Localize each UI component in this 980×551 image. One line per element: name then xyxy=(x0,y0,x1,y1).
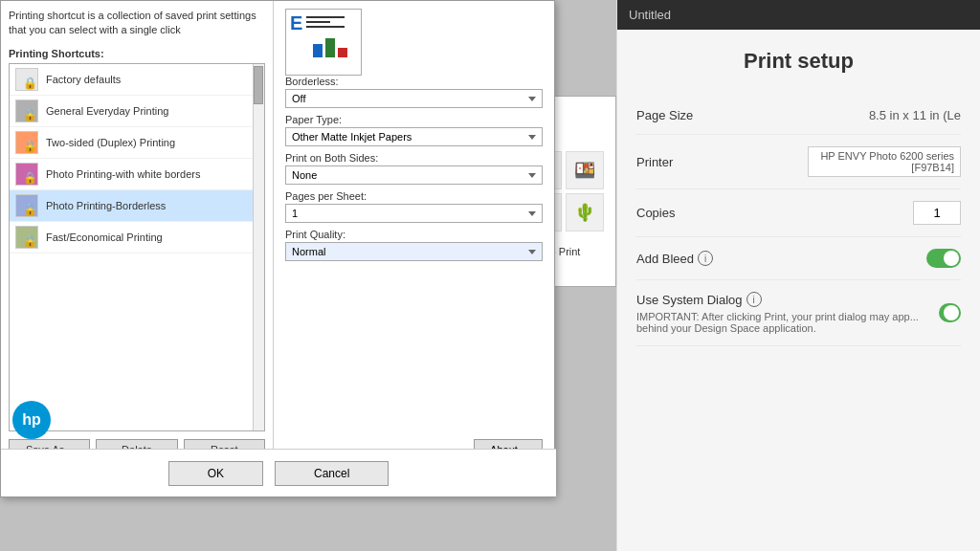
bar-red xyxy=(338,48,347,57)
print-setup-content: Print setup Page Size 8.5 in x 11 in (Le… xyxy=(617,30,980,365)
doc-line-3 xyxy=(306,26,345,28)
ok-button[interactable]: OK xyxy=(168,461,263,486)
shortcuts-label: Printing Shortcuts: xyxy=(9,48,265,59)
scrollbar-track xyxy=(253,64,264,430)
shortcut-icon-factory xyxy=(15,68,38,91)
borderless-label: Borderless: xyxy=(285,76,543,87)
dialog-footer: OK Cancel xyxy=(1,449,556,496)
hp-dialog-body: Printing shortcut is a collection of sav… xyxy=(1,1,554,468)
doc-line-2 xyxy=(306,21,330,23)
bar-green xyxy=(325,38,335,57)
hp-main-area: E Borderless: Off On xyxy=(274,1,554,468)
print-both-sides-group: Print on Both Sides: None Flip on Long E… xyxy=(285,152,543,185)
title-bar: Untitled xyxy=(617,0,980,30)
shortcut-icon-general xyxy=(15,99,38,122)
doc-e-letter: E xyxy=(290,13,302,33)
shortcut-label-factory: Factory defaults xyxy=(46,74,121,85)
use-system-dialog-info-icon[interactable]: i xyxy=(746,292,762,307)
borderless-select[interactable]: Off On xyxy=(285,89,543,108)
paper-type-group: Paper Type: Other Matte Inkjet Papers Pl… xyxy=(285,114,543,146)
print-quality-group: Print Quality: Normal Best Fast xyxy=(285,229,543,261)
shortcut-label-fast: Fast/Economical Printing xyxy=(46,231,163,243)
pages-per-sheet-group: Pages per Sheet: 1 2 4 xyxy=(285,190,543,223)
hp-logo-circle: hp xyxy=(12,401,51,439)
preview-img-4: 🌵 xyxy=(566,193,604,231)
shortcut-label-photoborderless: Photo Printing-Borderless xyxy=(46,200,166,211)
copies-row: Copies xyxy=(636,189,961,237)
copies-input[interactable] xyxy=(913,201,961,225)
document-preview: E xyxy=(285,9,362,76)
printer-label: Printer xyxy=(636,155,673,169)
doc-line-1 xyxy=(306,16,345,18)
shortcut-photo-borderless[interactable]: Photo Printing-Borderless xyxy=(10,190,264,222)
pages-per-sheet-select[interactable]: 1 2 4 xyxy=(285,204,543,223)
shortcut-icon-fast xyxy=(15,226,38,249)
scrollbar-thumb[interactable] xyxy=(254,66,263,104)
window-title: Untitled xyxy=(629,8,671,22)
shortcut-icon-photowhite xyxy=(15,163,38,186)
add-bleed-label: Add Bleed xyxy=(636,252,694,266)
shortcut-factory-defaults[interactable]: Factory defaults xyxy=(10,64,264,96)
bar-blue xyxy=(313,44,323,57)
cancel-button[interactable]: Cancel xyxy=(275,461,389,486)
paper-type-label: Paper Type: xyxy=(285,114,543,125)
paper-type-select[interactable]: Other Matte Inkjet Papers Plain Paper Ph… xyxy=(285,127,543,146)
shortcut-fast-economical[interactable]: Fast/Economical Printing xyxy=(10,222,264,253)
add-bleed-info-icon[interactable]: i xyxy=(698,251,713,266)
use-system-dialog-note: IMPORTANT: After clicking Print, your pr… xyxy=(636,311,939,334)
shortcut-general-everyday[interactable]: General Everyday Printing xyxy=(10,96,264,127)
shortcut-label-photowhite: Photo Printing-with white borders xyxy=(46,168,200,180)
use-system-dialog-toggle[interactable] xyxy=(939,303,961,322)
doc-text-lines xyxy=(306,13,345,28)
add-bleed-row: Add Bleed i xyxy=(636,237,961,280)
shortcuts-list-container: Factory defaults General Everyday Printi… xyxy=(9,63,265,431)
page-size-value: 8.5 in x 11 in (Le xyxy=(869,108,961,122)
hp-description: Printing shortcut is a collection of sav… xyxy=(9,9,265,38)
shortcuts-list: Factory defaults General Everyday Printi… xyxy=(10,64,264,253)
doc-bar-chart xyxy=(313,38,357,57)
print-quality-select[interactable]: Normal Best Fast xyxy=(285,242,543,261)
page-size-row: Page Size 8.5 in x 11 in (Le xyxy=(636,97,961,135)
print-quality-label: Print Quality: xyxy=(285,229,543,240)
shortcut-icon-twosided xyxy=(15,131,38,154)
page-size-label: Page Size xyxy=(636,108,693,122)
doc-preview-top: E xyxy=(290,13,357,33)
shortcut-photo-white[interactable]: Photo Printing-with white borders xyxy=(10,159,264,190)
use-system-dialog-row: Use System Dialog i IMPORTANT: After cli… xyxy=(636,280,961,346)
hp-print-dialog: Printing shortcut is a collection of sav… xyxy=(0,0,555,497)
copies-label: Copies xyxy=(636,206,675,220)
hp-logo: hp xyxy=(12,401,51,439)
shortcut-label-twosided: Two-sided (Duplex) Printing xyxy=(46,137,175,148)
hp-sidebar: Printing shortcut is a collection of sav… xyxy=(1,1,274,468)
use-system-dialog-label: Use System Dialog xyxy=(636,293,743,307)
shortcut-two-sided[interactable]: Two-sided (Duplex) Printing xyxy=(10,127,264,159)
print-setup-heading: Print setup xyxy=(636,49,961,74)
pages-per-sheet-label: Pages per Sheet: xyxy=(285,190,543,202)
borderless-group: Borderless: Off On xyxy=(285,76,543,108)
shortcut-icon-photoborderless xyxy=(15,194,38,217)
printer-value: HP ENVY Photo 6200 series [F97B14] xyxy=(808,146,961,177)
printer-row: Printer HP ENVY Photo 6200 series [F97B1… xyxy=(636,135,961,189)
print-both-sides-label: Print on Both Sides: xyxy=(285,152,543,164)
shortcut-label-general: General Everyday Printing xyxy=(46,105,168,117)
add-bleed-toggle[interactable] xyxy=(926,249,961,268)
print-both-sides-select[interactable]: None Flip on Long Edge Flip on Short Edg… xyxy=(285,165,543,185)
design-space-panel: Untitled Print setup Page Size 8.5 in x … xyxy=(616,0,980,551)
preview-img-2: 🍱 xyxy=(566,151,604,189)
